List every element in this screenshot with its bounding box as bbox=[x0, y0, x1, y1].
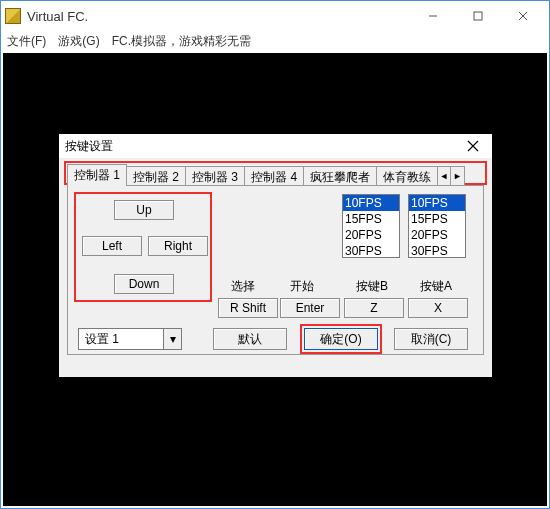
key-a-button[interactable]: X bbox=[408, 298, 468, 318]
dialog-title-bar: 按键设置 bbox=[59, 134, 492, 158]
dpad-down-button[interactable]: Down bbox=[114, 274, 174, 294]
tab-strip: 控制器 1 控制器 2 控制器 3 控制器 4 疯狂攀爬者 体育教练 ◄ ► bbox=[67, 164, 484, 186]
menu-game[interactable]: 游戏(G) bbox=[58, 33, 99, 50]
menu-extra[interactable]: FC.模拟器，游戏精彩无需 bbox=[112, 33, 251, 50]
tab-scroll-right[interactable]: ► bbox=[451, 166, 465, 186]
fps-list-a[interactable]: 10FPS 15FPS 20FPS 30FPS bbox=[342, 194, 400, 258]
tab-scroll-left[interactable]: ◄ bbox=[437, 166, 451, 186]
key-b-button[interactable]: Z bbox=[344, 298, 404, 318]
list-item[interactable]: 20FPS bbox=[343, 227, 399, 243]
tab-panel: Up Left Right Down 10FPS 15FPS 20FPS 30F… bbox=[67, 185, 484, 355]
app-window: Virtual FC. 文件(F) 游戏(G) FC.模拟器，游戏精彩无需 按键… bbox=[0, 0, 550, 509]
tab-crazy-climber[interactable]: 疯狂攀爬者 bbox=[303, 166, 377, 186]
tab-sports-coach[interactable]: 体育教练 bbox=[376, 166, 438, 186]
svg-rect-0 bbox=[474, 12, 482, 20]
dialog-title: 按键设置 bbox=[65, 138, 113, 155]
label-a: 按键A bbox=[420, 278, 452, 295]
default-button[interactable]: 默认 bbox=[213, 328, 287, 350]
profile-combo[interactable]: 设置 1 ▾ bbox=[78, 328, 182, 350]
list-item[interactable]: 30FPS bbox=[409, 243, 465, 258]
list-item[interactable]: 10FPS bbox=[343, 195, 399, 211]
close-button[interactable] bbox=[500, 2, 545, 30]
list-item[interactable]: 30FPS bbox=[343, 243, 399, 258]
dpad-up-button[interactable]: Up bbox=[114, 200, 174, 220]
emulator-viewport: 按键设置 控制器 1 控制器 2 控制器 3 控制器 4 疯狂攀爬者 体育教练 … bbox=[3, 53, 547, 506]
list-item[interactable]: 10FPS bbox=[409, 195, 465, 211]
dpad-left-button[interactable]: Left bbox=[82, 236, 142, 256]
label-start: 开始 bbox=[290, 278, 314, 295]
maximize-button[interactable] bbox=[455, 2, 500, 30]
ok-button[interactable]: 确定(O) bbox=[304, 328, 378, 350]
menu-bar: 文件(F) 游戏(G) FC.模拟器，游戏精彩无需 bbox=[1, 31, 549, 51]
list-item[interactable]: 15FPS bbox=[409, 211, 465, 227]
label-select: 选择 bbox=[231, 278, 255, 295]
app-title: Virtual FC. bbox=[27, 9, 88, 24]
title-bar: Virtual FC. bbox=[1, 1, 549, 31]
tab-controller-2[interactable]: 控制器 2 bbox=[126, 166, 186, 186]
app-icon bbox=[5, 8, 21, 24]
profile-value: 设置 1 bbox=[85, 331, 119, 348]
label-b: 按键B bbox=[356, 278, 388, 295]
tab-controller-1[interactable]: 控制器 1 bbox=[67, 164, 127, 186]
fps-list-b[interactable]: 10FPS 15FPS 20FPS 30FPS bbox=[408, 194, 466, 258]
chevron-down-icon: ▾ bbox=[163, 329, 181, 349]
key-select-button[interactable]: R Shift bbox=[218, 298, 278, 318]
key-start-button[interactable]: Enter bbox=[280, 298, 340, 318]
list-item[interactable]: 20FPS bbox=[409, 227, 465, 243]
dialog-close-button[interactable] bbox=[460, 135, 486, 157]
key-settings-dialog: 按键设置 控制器 1 控制器 2 控制器 3 控制器 4 疯狂攀爬者 体育教练 … bbox=[58, 133, 493, 378]
cancel-button[interactable]: 取消(C) bbox=[394, 328, 468, 350]
tab-controller-4[interactable]: 控制器 4 bbox=[244, 166, 304, 186]
tabs-container: 控制器 1 控制器 2 控制器 3 控制器 4 疯狂攀爬者 体育教练 ◄ ► U… bbox=[67, 164, 484, 355]
list-item[interactable]: 15FPS bbox=[343, 211, 399, 227]
tab-controller-3[interactable]: 控制器 3 bbox=[185, 166, 245, 186]
dpad-right-button[interactable]: Right bbox=[148, 236, 208, 256]
menu-file[interactable]: 文件(F) bbox=[7, 33, 46, 50]
minimize-button[interactable] bbox=[410, 2, 455, 30]
